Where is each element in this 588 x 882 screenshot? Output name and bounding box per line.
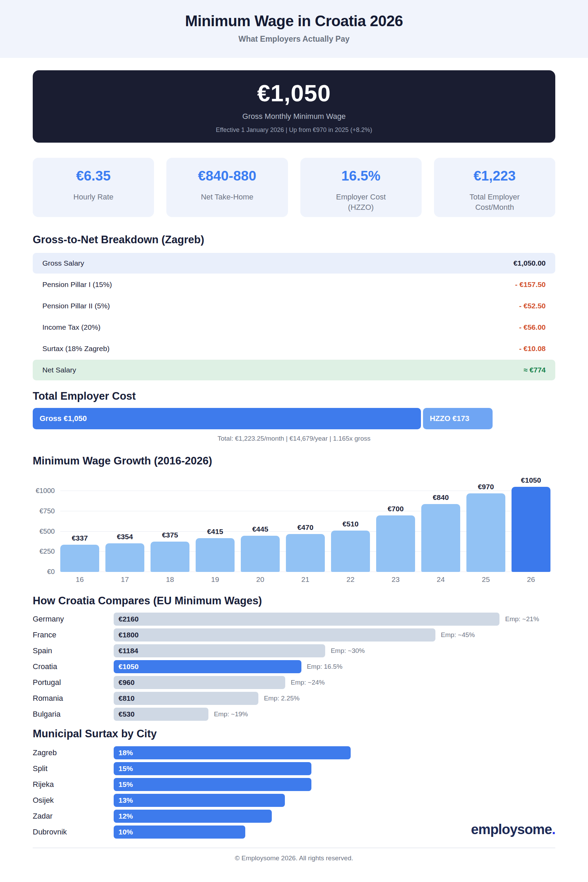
breakdown-row-header: Gross Salary€1,050.00 bbox=[33, 253, 555, 273]
bar-value-label: €445 bbox=[252, 525, 268, 533]
category-label: Germany bbox=[33, 615, 114, 624]
bar-value-label: €970 bbox=[478, 483, 494, 491]
x-axis-label: 19 bbox=[196, 575, 235, 584]
value-bar: 15% bbox=[114, 762, 311, 775]
value-bar: 18% bbox=[114, 746, 351, 759]
employer-cost-stacked-bar: Gross €1,050HZZO €173 bbox=[33, 408, 493, 429]
bar-value-label: €530 bbox=[118, 710, 135, 718]
section-heading-surtax: Municipal Surtax by City bbox=[33, 728, 555, 740]
growth-bar-chart: €0€250€500€750€1000€337€354€375€415€445€… bbox=[33, 474, 555, 584]
page-subtitle: What Employers Actually Pay bbox=[0, 34, 588, 44]
category-label: Croatia bbox=[33, 662, 114, 671]
section-heading-growth: Minimum Wage Growth (2016-2026) bbox=[33, 455, 555, 467]
section-heading-employer-cost: Total Employer Cost bbox=[33, 390, 555, 402]
row-value: - €56.00 bbox=[519, 323, 546, 332]
growth-bar bbox=[466, 494, 506, 572]
value-bar: €1800 bbox=[114, 628, 435, 642]
eu-comparison-chart: Germany€2160Emp: ~21%France€1800Emp: ~45… bbox=[33, 613, 555, 721]
employer-cost-annotation: Emp: 16.5% bbox=[307, 663, 343, 670]
bar-value-label: €470 bbox=[297, 524, 314, 532]
growth-bar-column: €700 bbox=[376, 505, 415, 572]
eu-country-row: Portugal€960Emp: ~24% bbox=[33, 676, 555, 689]
hero-detail: Effective 1 January 2026 | Up from €970 … bbox=[216, 126, 372, 134]
x-axis-label: 20 bbox=[241, 575, 280, 584]
x-axis-label: 18 bbox=[150, 575, 189, 584]
row-value: - €10.08 bbox=[519, 345, 546, 353]
growth-bar-column: €1050 bbox=[512, 476, 550, 572]
growth-bar bbox=[105, 543, 144, 572]
infographic-root: Minimum Wage in Croatia 2026 What Employ… bbox=[0, 0, 588, 862]
row-label: Surtax (18% Zagreb) bbox=[42, 345, 110, 353]
category-label: Osijek bbox=[33, 796, 114, 805]
growth-bar-column: €354 bbox=[105, 532, 144, 572]
value-bar: 12% bbox=[114, 810, 272, 823]
stat-card-4: €1,223Total Employer Cost/Month bbox=[434, 158, 555, 217]
stat-label: Employer Cost (HZZO) bbox=[330, 192, 392, 212]
row-value: €1,050.00 bbox=[514, 259, 546, 267]
bar-area: 15% bbox=[114, 762, 555, 775]
bar-value-label: 15% bbox=[118, 765, 133, 773]
value-bar: 10% bbox=[114, 825, 245, 838]
stat-value: €840-880 bbox=[166, 168, 288, 184]
value-bar: 13% bbox=[114, 794, 285, 807]
header-band: Minimum Wage in Croatia 2026 What Employ… bbox=[0, 0, 588, 58]
section-heading-eu-compare: How Croatia Compares (EU Minimum Wages) bbox=[33, 595, 555, 607]
eu-country-row: Romania€810Emp: 2.25% bbox=[33, 692, 555, 705]
page-title: Minimum Wage in Croatia 2026 bbox=[0, 12, 588, 30]
breakdown-row-net: Net Salary≈ €774 bbox=[33, 360, 555, 380]
eu-country-row: Spain€1184Emp: ~30% bbox=[33, 644, 555, 657]
bar-value-label: €415 bbox=[207, 528, 223, 536]
x-axis-label: 16 bbox=[60, 575, 99, 584]
bar-area: €530Emp: ~19% bbox=[114, 708, 555, 721]
bar-value-label: 13% bbox=[118, 796, 133, 804]
growth-bar bbox=[60, 545, 99, 572]
y-axis-label: €0 bbox=[33, 568, 55, 576]
x-axis-label: 21 bbox=[286, 575, 325, 584]
surtax-city-row: Split15% bbox=[33, 762, 555, 775]
x-axis-label: 26 bbox=[512, 575, 550, 584]
copyright-text: © Employsome 2026. All rights reserved. bbox=[33, 854, 555, 862]
bar-value-label: €510 bbox=[342, 520, 358, 528]
bar-area: 15% bbox=[114, 778, 555, 791]
bar-value-label: €840 bbox=[433, 494, 449, 502]
row-label: Gross Salary bbox=[42, 259, 84, 267]
bar-value-label: €2160 bbox=[118, 615, 138, 623]
surtax-city-row: Zadar12% bbox=[33, 810, 555, 823]
growth-bar bbox=[421, 504, 460, 572]
employer-cost-annotation: Emp: ~19% bbox=[214, 710, 248, 718]
row-value: ≈ €774 bbox=[524, 366, 546, 374]
row-label: Pension Pillar II (5%) bbox=[42, 302, 110, 310]
bar-value-label: €700 bbox=[387, 505, 404, 513]
surtax-city-row: Osijek13% bbox=[33, 794, 555, 807]
value-bar: €2160 bbox=[114, 613, 500, 626]
value-bar: €960 bbox=[114, 676, 285, 689]
plot-area: €337€354€375€415€445€470€510€700€840€970… bbox=[60, 474, 550, 584]
bar-area: 18% bbox=[114, 746, 555, 759]
bar-area: €810Emp: 2.25% bbox=[114, 692, 555, 705]
eu-country-row: Bulgaria€530Emp: ~19% bbox=[33, 708, 555, 721]
gross-to-net-table: Gross Salary€1,050.00Pension Pillar I (1… bbox=[33, 253, 555, 380]
value-bar: €1184 bbox=[114, 644, 325, 657]
value-bar: €1050 bbox=[114, 660, 302, 673]
growth-bar bbox=[150, 542, 189, 572]
x-axis-label: 25 bbox=[466, 575, 506, 584]
growth-bar-column: €375 bbox=[150, 531, 189, 572]
y-axis-label: €500 bbox=[33, 528, 55, 536]
brand-logo-text: employsome bbox=[471, 822, 552, 837]
growth-bar bbox=[196, 538, 235, 572]
stat-value: €1,223 bbox=[434, 168, 555, 184]
value-bar: 15% bbox=[114, 778, 311, 791]
stat-value: €6.35 bbox=[33, 168, 154, 184]
bar-area: €2160Emp: ~21% bbox=[114, 613, 555, 626]
growth-bar bbox=[331, 531, 370, 572]
employer-cost-annotation: Emp: ~45% bbox=[441, 631, 475, 639]
stat-label: Total Employer Cost/Month bbox=[464, 192, 525, 212]
category-label: Portugal bbox=[33, 678, 114, 687]
bar-value-label: 18% bbox=[118, 748, 133, 757]
y-axis-label: €250 bbox=[33, 548, 55, 555]
growth-bar bbox=[286, 534, 325, 572]
growth-bar-column: €970 bbox=[466, 483, 506, 572]
bar-value-label: 10% bbox=[118, 828, 133, 836]
cost-segment-hzzo: HZZO €173 bbox=[423, 408, 493, 429]
row-label: Income Tax (20%) bbox=[42, 323, 100, 332]
